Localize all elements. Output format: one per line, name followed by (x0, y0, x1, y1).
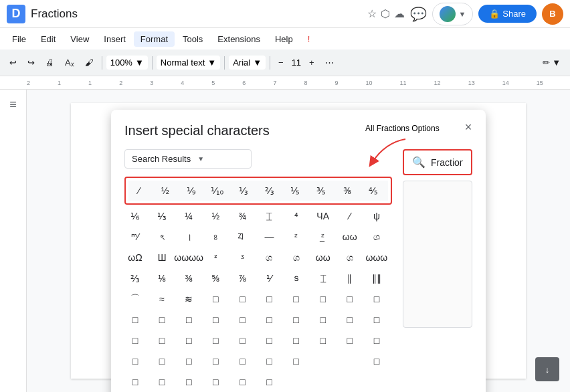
char-cell[interactable]: □ (286, 330, 307, 351)
char-cell[interactable]: ≈ (151, 289, 173, 309)
char-cell[interactable]: ⅓ (233, 181, 254, 201)
char-cell[interactable]: □ (258, 372, 280, 392)
char-cell[interactable]: ශ (366, 227, 387, 247)
char-cell[interactable]: — (258, 227, 280, 247)
char-cell[interactable]: ∥∥ (366, 268, 387, 288)
edit-mode-button[interactable]: ✏ ▼ (539, 55, 565, 70)
char-cell[interactable]: □ (205, 372, 226, 392)
char-cell[interactable]: ωω (339, 227, 361, 247)
zoom-select[interactable]: 100% ▼ (106, 56, 148, 70)
char-cell[interactable]: ශ (339, 248, 361, 268)
char-cell[interactable]: ∕ (339, 206, 361, 226)
char-cell[interactable]: ශ (258, 248, 280, 268)
char-cell[interactable]: □ (205, 330, 226, 351)
char-cell[interactable]: □ (205, 351, 226, 371)
char-cell[interactable]: □ (178, 310, 199, 330)
char-cell[interactable]: □ (231, 372, 253, 392)
char-cell[interactable]: ⅗ (310, 181, 332, 201)
char-cell[interactable]: । (178, 227, 199, 247)
char-cell[interactable]: ⁴ (286, 206, 307, 226)
char-cell[interactable]: □ (312, 330, 334, 351)
menu-insert[interactable]: Insert (97, 31, 132, 47)
char-cell[interactable]: □ (366, 289, 387, 309)
avatar[interactable]: B (542, 3, 563, 25)
more-options-button[interactable]: ⋯ (321, 55, 338, 70)
char-cell[interactable] (339, 351, 361, 371)
char-cell[interactable]: ⌶ (312, 268, 334, 288)
close-button[interactable]: × (459, 118, 478, 136)
char-cell[interactable]: ⅒ (207, 181, 228, 201)
char-cell[interactable]: ⅔ (259, 181, 280, 201)
comment-icon[interactable]: 💬 (410, 6, 427, 22)
char-cell[interactable]: ⅜ (178, 268, 199, 288)
menu-format[interactable]: Format (134, 31, 175, 47)
char-cell[interactable]: ᶾ (231, 248, 253, 268)
char-cell[interactable]: □ (286, 289, 307, 309)
menu-file[interactable]: File (5, 31, 33, 47)
print-button[interactable]: 🖨 (41, 55, 58, 70)
char-cell[interactable]: □ (312, 310, 334, 330)
char-cell[interactable]: ৎ (151, 227, 173, 247)
redo-button[interactable]: ↪ (23, 55, 39, 70)
char-cell[interactable]: ᵐ∕ (124, 227, 146, 247)
char-cell[interactable]: □ (124, 351, 146, 371)
char-cell[interactable]: ｓ (286, 268, 307, 288)
char-cell[interactable]: □ (151, 372, 173, 392)
menu-extensions[interactable]: Extensions (211, 31, 267, 47)
menu-edit[interactable]: Edit (34, 31, 62, 47)
char-cell[interactable]: □ (124, 310, 146, 330)
char-cell[interactable]: ωωω (366, 248, 387, 268)
char-cell[interactable]: ωω (312, 248, 334, 268)
char-cell[interactable]: ⌒ (124, 289, 146, 309)
menu-help[interactable]: Help (268, 31, 300, 47)
char-cell[interactable]: □ (258, 310, 280, 330)
char-cell[interactable]: □ (231, 310, 253, 330)
char-cell[interactable]: ⅝ (205, 268, 226, 288)
char-cell[interactable]: □ (231, 330, 253, 351)
char-cell[interactable]: ⅙ (124, 206, 146, 226)
char-cell[interactable]: □ (312, 289, 334, 309)
char-cell[interactable]: ⅓ (151, 206, 173, 226)
char-cell[interactable]: ⅛ (151, 268, 173, 288)
share-button[interactable]: 🔒 Share (478, 5, 537, 23)
cloud-icon[interactable]: ☁ (394, 7, 405, 20)
font-select[interactable]: Arial ▼ (229, 56, 266, 70)
char-cell[interactable] (339, 372, 361, 392)
char-cell[interactable]: □ (258, 330, 280, 351)
char-cell[interactable]: ∕ (128, 181, 150, 201)
char-cell[interactable]: □ (124, 330, 146, 351)
char-cell[interactable]: □ (366, 330, 387, 351)
char-cell[interactable]: ⅘ (363, 181, 384, 201)
char-cell[interactable]: □ (286, 310, 307, 330)
char-cell[interactable]: ᶻ̲ (312, 227, 334, 247)
undo-button[interactable]: ↩ (5, 55, 21, 70)
char-cell[interactable]: ⅞ (231, 268, 253, 288)
menu-tools[interactable]: Tools (176, 31, 209, 47)
font-size-increase[interactable]: + (305, 55, 318, 70)
char-cell[interactable]: ⅑ (181, 181, 202, 201)
char-cell[interactable]: □ (151, 310, 173, 330)
char-cell[interactable]: Ш (151, 248, 173, 268)
char-cell[interactable]: □ (231, 289, 253, 309)
char-cell[interactable] (286, 372, 307, 392)
meet-button[interactable]: ▼ (432, 3, 473, 25)
char-cell[interactable]: □ (258, 289, 280, 309)
char-cell[interactable]: ½ (205, 206, 226, 226)
char-cell[interactable]: ⅕ (284, 181, 306, 201)
char-cell[interactable]: ¾ (231, 206, 253, 226)
star-icon[interactable]: ☆ (367, 7, 377, 20)
char-cell[interactable]: ½ (155, 181, 176, 201)
char-cell[interactable]: ᶽ (205, 248, 226, 268)
char-cell[interactable]: □ (124, 372, 146, 392)
spellcheck-button[interactable]: Aᵪ (61, 55, 78, 70)
char-cell[interactable]: □ (178, 351, 199, 371)
search-dropdown[interactable]: Search Results ▼ (124, 149, 252, 169)
char-cell[interactable]: ⅔ (124, 268, 146, 288)
char-cell[interactable]: ⅜ (337, 181, 358, 201)
char-cell[interactable]: ≋ (178, 289, 199, 309)
char-cell[interactable]: □ (339, 289, 361, 309)
char-cell[interactable]: □ (151, 351, 173, 371)
char-cell[interactable] (312, 351, 334, 371)
menu-view[interactable]: View (64, 31, 96, 47)
char-cell[interactable]: □ (339, 330, 361, 351)
